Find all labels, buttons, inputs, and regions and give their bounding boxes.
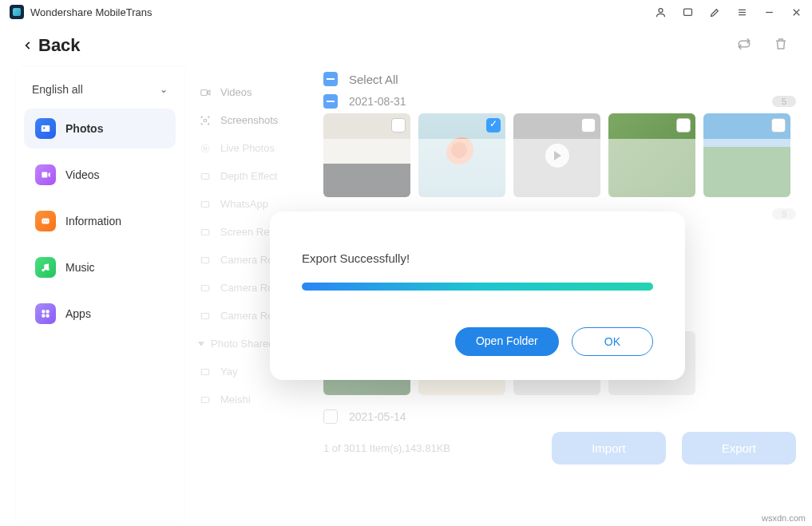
folder-date: 2021-05-14 [349,410,406,423]
title-bar: Wondershare MobileTrans [0,0,812,24]
svg-rect-28 [201,201,208,207]
folder-icon [198,283,212,294]
import-button[interactable]: Import [552,432,666,465]
modal-title: Export Successfully! [302,251,653,265]
open-folder-button[interactable]: Open Folder [455,327,559,356]
folder-checkbox[interactable] [323,94,338,109]
svg-rect-30 [201,257,208,263]
folder-icon [198,255,212,266]
svg-rect-31 [201,285,208,291]
nav-label: Videos [65,168,100,181]
status-text: 1 of 3011 Item(s),143.81KB [323,442,450,454]
user-icon[interactable] [654,6,667,18]
ok-label: OK [604,335,620,348]
export-label: Export [722,441,756,455]
svg-rect-8 [42,125,50,132]
nav-label: Music [65,261,95,274]
export-button[interactable]: Export [682,432,796,465]
svg-rect-34 [201,397,208,402]
thumb-checkbox[interactable] [391,118,406,132]
back-row: Back [0,24,812,67]
svg-rect-10 [42,172,47,178]
svg-point-14 [45,220,46,221]
nav-music[interactable]: Music [24,247,176,287]
nav-label: Photos [65,122,103,135]
date-group-2: 2021-05-14 [323,403,796,425]
svg-point-0 [659,8,663,12]
apps-icon [35,303,56,324]
folder-icon [198,394,212,405]
photo-thumb[interactable] [513,113,600,197]
cat-livephotos[interactable]: Live Photos [184,134,323,162]
nav-photos[interactable]: Photos [24,109,176,148]
livephoto-icon [198,143,212,154]
cat-label: Screenshots [220,114,278,126]
photos-icon [35,118,56,139]
svg-marker-23 [208,90,210,95]
title-actions [654,6,802,18]
language-select[interactable]: English all ⌄ [24,78,176,109]
app-title: Wondershare MobileTrans [30,6,152,18]
menu-icon[interactable] [735,6,748,18]
watermark: wsxdn.com [762,513,806,523]
cat-shared-label: Photo Shared [211,338,275,350]
select-all-row: Select All [323,70,796,89]
screenshot-icon [198,115,212,126]
chevron-left-icon [22,40,34,51]
thumb-checkbox[interactable] [771,118,786,132]
cat-deptheffect[interactable]: Depth Effect [184,162,323,190]
play-icon [545,144,569,168]
thumb-checkbox[interactable] [486,118,501,132]
nav-information[interactable]: Information [24,201,176,241]
back-button[interactable]: Back [22,35,81,56]
import-label: Import [592,441,626,455]
svg-point-25 [204,147,207,150]
language-label: English all [32,83,83,96]
count-badge: 5 [772,96,796,107]
svg-rect-19 [46,310,50,313]
svg-rect-20 [42,314,45,318]
folder-icon [198,366,212,378]
music-icon [35,257,56,278]
photo-thumb[interactable] [608,113,695,197]
svg-rect-29 [201,229,208,235]
date-group-1: 2021-08-31 5 [323,89,796,113]
photo-thumb[interactable] [703,113,790,197]
thumb-row [323,113,796,197]
svg-point-9 [43,127,45,129]
cat-label: WhatsApp [220,198,268,210]
toolbar-actions [737,37,788,55]
folder-checkbox[interactable] [323,409,338,424]
trash-icon[interactable] [774,37,788,55]
svg-rect-21 [46,314,50,318]
refresh-icon[interactable] [737,37,751,55]
sidebar-nav: English all ⌄ Photos Videos Information … [16,67,184,522]
message-icon[interactable] [681,6,694,18]
ok-button[interactable]: OK [572,327,653,356]
nav-apps[interactable]: Apps [24,294,176,334]
cat-label: Meishi [220,394,251,405]
svg-point-17 [46,268,50,271]
thumb-checkbox[interactable] [676,118,691,132]
cat-label: Live Photos [220,142,275,154]
close-icon[interactable] [790,6,802,18]
photo-thumb[interactable] [418,113,505,197]
minimize-icon[interactable] [762,6,775,18]
cat-label: Yay [220,366,237,378]
count-badge: 9 [772,208,796,219]
svg-point-13 [43,220,44,221]
edit-icon[interactable] [708,6,721,18]
photo-thumb[interactable] [323,113,410,197]
cat-screenshots[interactable]: Screenshots [184,106,323,134]
nav-videos[interactable]: Videos [24,155,176,195]
information-icon [35,211,56,231]
cat-videos[interactable]: Videos [184,78,323,106]
svg-rect-22 [201,89,208,95]
open-folder-label: Open Folder [476,334,538,347]
select-all-checkbox[interactable] [323,72,338,86]
triangle-down-icon [198,342,204,346]
svg-point-26 [201,144,208,152]
thumb-checkbox[interactable] [581,118,596,132]
cat-meishi[interactable]: Meishi [184,386,323,413]
progress-bar [302,283,653,291]
